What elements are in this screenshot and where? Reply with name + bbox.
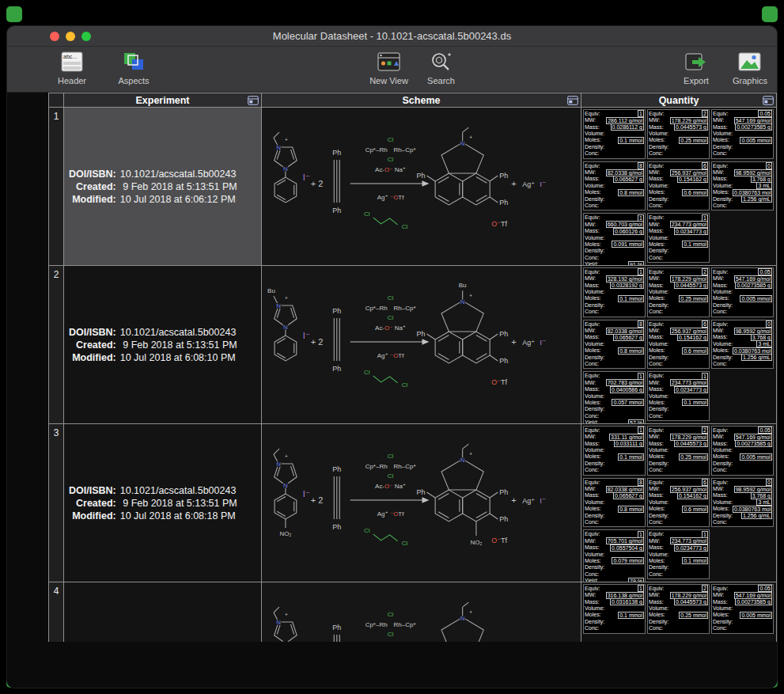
quantity-field-value[interactable]: 0.1 mmol [618, 295, 644, 302]
quantity-field-value[interactable]: 0.057 mmol [612, 399, 644, 406]
quantity-box[interactable]: Equiv:8MW:82.0338 g/molMass:0.065627 gVo… [583, 320, 646, 370]
scheme-cell[interactable]: N + N NO₂ I⁻ + 2 Ph Ph Cl Cp*–Rh Rh–Cp* … [262, 424, 581, 582]
quantity-field-value[interactable]: 0.005 mmol [740, 295, 772, 302]
quantity-field-value[interactable]: 0.6 mmol [682, 347, 708, 355]
quantity-field-value[interactable]: 0.8 mmol [618, 506, 644, 513]
column-header-quantity[interactable]: Quantity [581, 93, 777, 107]
quantity-box[interactable]: Equiv:1MW:234.773 g/molMass:0.0234773 gV… [647, 529, 710, 579]
quantity-box[interactable]: Equiv:1MW:234.773 g/molMass:0.0234773 gV… [647, 213, 710, 263]
quantity-field-value[interactable]: 0.00273585 g [735, 123, 772, 131]
quantity-field-value[interactable]: 1.256 g/mL [741, 512, 772, 519]
column-header-scheme[interactable]: Scheme [262, 93, 581, 107]
quantity-box[interactable]: Equiv:8MW:82.0338 g/molMass:0.065627 gVo… [583, 478, 646, 528]
experiment-cell[interactable]: DOI/ISBN:10.1021/acscatal.5b00243Created… [64, 424, 262, 582]
quantity-field-value[interactable]: 0.1 mmol [618, 453, 644, 461]
quantity-field-value[interactable]: 0.1 mmol [618, 612, 644, 619]
column-options-icon[interactable] [763, 96, 774, 105]
column-header-experiment[interactable]: Experiment [64, 93, 262, 107]
quantity-field-value[interactable]: 0.0316138 g [610, 598, 644, 605]
experiment-cell[interactable]: DOI/ISBN:10.1021/acscatal.5b00243Created… [64, 266, 262, 423]
titlebar[interactable]: Molecular Datasheet - 10.1021-acscatal.5… [7, 26, 777, 47]
quantity-field-value[interactable]: 0.060126 g [613, 228, 644, 235]
quantity-box[interactable]: Equiv:8MW:82.0338 g/molMass:0.065627 gVo… [583, 161, 646, 211]
quantity-box[interactable]: Equiv:0.05MW:547.169 g/molMass:0.0027358… [711, 584, 774, 634]
experiment-cell[interactable]: DOI/ISBN:10.1021/acscatal.5b00243Created… [64, 108, 262, 265]
quantity-field-value[interactable]: 0.1 mmol [618, 137, 644, 144]
scheme-cell[interactable]: N + N I⁻ + 2 Ph Ph Cl Cp*–Rh Rh–Cp* Cl A… [262, 108, 581, 265]
quantity-box[interactable]: Equiv:2MW:178.229 g/molMass:0.0445573 gV… [647, 584, 710, 634]
zoom-button[interactable] [81, 32, 91, 41]
minimize-button[interactable] [66, 32, 75, 41]
quantity-field-value[interactable]: 0.154162 g [677, 492, 708, 499]
quantity-field-value[interactable]: 0.8 mmol [618, 347, 644, 355]
quantity-field-value[interactable]: 0.00273585 g [735, 440, 772, 447]
quantity-box[interactable]: Equiv:0.05MW:547.169 g/molMass:0.0027358… [711, 109, 774, 159]
quantity-field-value[interactable]: 0.1 mmol [682, 399, 708, 406]
quantity-cell[interactable]: Equiv:1MW:328.192 g/molMass:0.0328192 gV… [581, 266, 777, 423]
quantity-field-value[interactable]: 0.1 mmol [682, 557, 708, 564]
quantity-box[interactable]: Equiv:1MW:705.701 g/molMass:0.0557504 gV… [583, 529, 646, 582]
graphics-button[interactable]: Graphics [729, 51, 771, 85]
quantity-box[interactable]: Equiv:1MW:286.112 g/molMass:0.0286112 gV… [583, 109, 646, 159]
quantity-field-value[interactable]: 0.154162 g [677, 334, 708, 341]
quantity-field-value[interactable]: 0.25 mmol [679, 612, 708, 619]
column-options-icon[interactable] [567, 96, 578, 105]
quantity-field-value[interactable]: 0.065627 g [613, 176, 644, 183]
column-options-icon[interactable] [248, 96, 259, 105]
export-button[interactable]: Export [676, 51, 717, 85]
quantity-field-value[interactable]: 0.25 mmol [679, 137, 708, 144]
quantity-field-value[interactable]: 0.079 mmol [612, 557, 644, 564]
quantity-field-value[interactable]: 0.0445573 g [674, 440, 708, 447]
quantity-field-value[interactable]: 0.154162 g [677, 176, 708, 183]
experiment-cell[interactable] [64, 582, 262, 642]
scheme-cell[interactable]: N + N Bu I⁻ + 2 Ph Ph Cl Cp*–Rh Rh–Cp* C… [262, 266, 581, 423]
quantity-box[interactable]: Equiv:1MW:331.11 g/molMass:0.033111 gVol… [583, 426, 646, 476]
row-number[interactable]: 1 [49, 108, 64, 265]
quantity-field-value[interactable]: 0.0234773 g [674, 544, 708, 552]
quantity-box[interactable]: Equiv:6MW:256.937 g/molMass:0.154162 gVo… [647, 161, 710, 211]
quantity-box[interactable]: Equiv:0.05MW:547.169 g/molMass:0.0027358… [711, 267, 774, 317]
quantity-field-value[interactable]: 0.0234773 g [674, 228, 708, 235]
quantity-field-value[interactable]: 0.005 mmol [740, 453, 772, 461]
quantity-field-value[interactable]: 0.091 mmol [612, 241, 644, 248]
quantity-field-value[interactable]: 0.25 mmol [679, 295, 708, 302]
row-number[interactable]: 3 [49, 424, 64, 582]
quantity-box[interactable]: Equiv:0MW:98.9592 g/molMass:3.768 gVolum… [711, 320, 774, 370]
quantity-field-value[interactable]: 0.0445573 g [674, 598, 708, 605]
quantity-field-value[interactable]: 0.0445573 g [674, 123, 708, 131]
quantity-box[interactable]: Equiv:2MW:178.229 g/molMass:0.0445573 gV… [647, 267, 710, 317]
search-button[interactable]: Search [421, 51, 462, 85]
quantity-cell[interactable]: Equiv:1MW:286.112 g/molMass:0.0286112 gV… [581, 108, 777, 265]
quantity-field-value[interactable]: 0.005 mmol [740, 137, 772, 144]
quantity-field-value[interactable]: 0.00273585 g [735, 282, 772, 289]
quantity-cell[interactable]: Equiv:1MW:331.11 g/molMass:0.033111 gVol… [581, 424, 777, 582]
quantity-field-value[interactable]: 0.0557504 g [610, 544, 644, 552]
quantity-field-value[interactable]: 0.005 mmol [740, 612, 772, 619]
quantity-field-value[interactable]: 0.8 mmol [618, 189, 644, 196]
quantity-box[interactable]: Equiv:1MW:702.783 g/molMass:0.0400586 gV… [583, 371, 646, 424]
quantity-field-value[interactable]: 0.0445573 g [674, 282, 708, 289]
quantity-box[interactable]: Equiv:2MW:178.229 g/molMass:0.0445573 gV… [647, 426, 710, 476]
quantity-field-value[interactable]: 0.0400586 g [610, 386, 644, 393]
quantity-field-value[interactable]: 0.1 mmol [682, 241, 708, 248]
quantity-field-value[interactable]: 0.6 mmol [682, 189, 708, 196]
quantity-field-value[interactable]: 0.065627 g [613, 334, 644, 341]
quantity-box[interactable]: Equiv:6MW:256.937 g/molMass:0.154162 gVo… [647, 478, 710, 528]
header-button[interactable]: abc... Header [51, 51, 93, 85]
quantity-field-value[interactable]: 0.0234773 g [674, 386, 708, 393]
quantity-cell[interactable]: Equiv:1MW:316.138 g/molMass:0.0316138 gV… [581, 582, 777, 642]
quantity-field-value[interactable]: 0.0286112 g [611, 123, 644, 131]
quantity-box[interactable]: Equiv:0MW:98.9592 g/molMass:3.768 gVolum… [711, 161, 774, 211]
new-view-button[interactable]: New View [369, 51, 410, 85]
aspects-button[interactable]: Aspects [113, 51, 154, 85]
quantity-box[interactable]: Equiv:1MW:328.192 g/molMass:0.0328192 gV… [583, 267, 646, 317]
quantity-field-value[interactable]: 0.033111 g [614, 440, 644, 447]
scheme-cell[interactable]: N + N I⁻ + 2 Ph Ph Cl Cp*–Rh Rh–Cp* Cl A… [262, 582, 581, 642]
row-number[interactable]: 2 [49, 266, 64, 423]
quantity-box[interactable]: Equiv:1MW:316.138 g/molMass:0.0316138 gV… [583, 584, 646, 634]
quantity-field-value[interactable]: 0.25 mmol [679, 453, 708, 461]
quantity-field-value[interactable]: 0.065627 g [613, 492, 644, 499]
quantity-field-value[interactable]: 1.256 g/mL [741, 195, 772, 203]
quantity-box[interactable]: Equiv:0.05MW:547.169 g/molMass:0.0027358… [711, 426, 774, 476]
quantity-box[interactable]: Equiv:2MW:178.229 g/molMass:0.0445573 gV… [647, 109, 710, 159]
